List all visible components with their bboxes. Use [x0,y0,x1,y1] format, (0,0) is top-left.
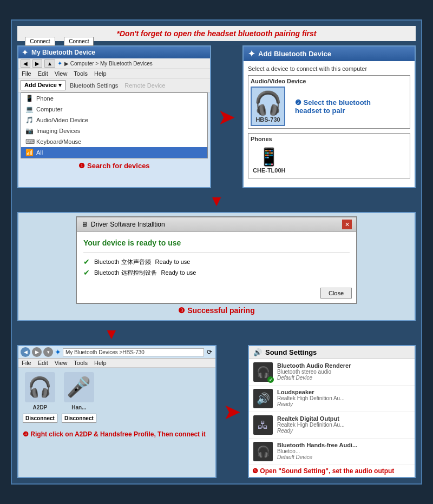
back-button[interactable]: ◀ [21,59,30,68]
sound-icon-img-1: 🔊 [257,392,270,405]
sound-settings-panel: 🔊 Sound Settings 🎧 ✔ Bluetooth Audio Ren… [248,345,416,478]
menu-edit[interactable]: Edit [38,70,48,77]
sound-text-1: Loudspeaker Realtek High Definition Au..… [277,389,410,407]
dropdown-computer-label: Computer [36,106,62,112]
bottom-panel: ◀ ▶ ▾ ✦ My Bluetooth Devices >HBS-730 ⟳ … [17,345,416,478]
add-bt-content: Select a device to connect with this com… [244,61,415,187]
phone-card: 📱 CHE-TL00H [253,147,286,174]
sound-icon-img-2: 🖧 [258,419,268,432]
driver-title-left: 🖥 Driver Software Installtion [81,221,165,228]
up-button[interactable]: ▲ [44,59,55,68]
menu-tools[interactable]: Tools [74,70,88,77]
bluetooth-settings-link[interactable]: Bluetooth Settings [68,81,120,90]
dropdown-all[interactable]: 📶 All [21,147,207,158]
nav-down-circle[interactable]: ▾ [43,347,53,357]
handsfree-device-card: 🎤 Connect Han... Disconnect [62,372,96,423]
step3-label: ❸ Successful pairing [22,304,411,317]
bt-menu-edit[interactable]: Edit [38,360,48,366]
bt-menu-view[interactable]: View [55,360,68,366]
sound-device-status-2: Ready [277,428,410,434]
sound-device-sub-2: Realtek High Definition Au... [277,422,410,428]
sound-item-1[interactable]: 🔊 Loudspeaker Realtek High Definition Au… [249,386,415,412]
menu-help[interactable]: Help [94,70,107,77]
driver-titlebar: 🖥 Driver Software Installtion ✕ [77,217,356,232]
phones-label: Phones [251,136,408,142]
che-tl00h-item[interactable]: 📱 CHE-TL00H [251,144,408,176]
sound-device-sub-0: Bluetooth stereo audio [277,369,410,375]
av-dropdown-icon: 🎵 [25,116,33,124]
dropdown-av-label: Audio/Video Device [36,117,88,123]
nav-back-circle[interactable]: ◀ [21,347,30,357]
phone-dropdown-icon: 📱 [25,95,33,102]
dropdown-keyboard-label: Keyboard/Mouse [36,138,81,145]
dropdown-imaging[interactable]: 📷 Imaging Devices [21,125,207,136]
step4-label: ❹ Right click on A2DP & Handsfree Profil… [18,427,215,441]
bluetooth-window-titlebar: ✦ My Bluetooth Device [18,47,210,58]
bluetooth-window: ✦ My Bluetooth Device ◀ ▶ ▲ ✦ ▶ Computer… [17,45,211,188]
dropdown-keyboard[interactable]: ⌨ Keyboard/Mouse [21,136,207,147]
phone-device-icon: 📱 [258,147,280,167]
sound-item-0[interactable]: 🎧 ✔ Bluetooth Audio Renderer Bluetooth s… [249,359,415,386]
driver-close-button[interactable]: Close [320,288,352,299]
arrow-right-icon: ➤ [214,45,239,188]
arrow-down-icon-1: ▼ [209,193,224,209]
handsfree-connect-button[interactable]: Connect [64,37,94,46]
sound-device-status-1: Ready [277,401,410,407]
a2dp-icon-img: 🎧 [25,372,55,402]
add-device-button[interactable]: Add Device ▾ [21,80,65,90]
arrow-right-bottom-icon: ➤ [220,345,245,478]
arrow-down-2: ▼ [104,326,416,343]
computer-dropdown-icon: 💻 [25,105,33,113]
nav-fwd-circle[interactable]: ▶ [32,347,42,357]
keyboard-dropdown-icon: ⌨ [25,138,33,145]
step2-circle: ❷ [295,98,301,107]
driver-close-x-button[interactable]: ✕ [342,220,352,229]
headphone-icon: 🎧 [254,90,282,116]
forward-button[interactable]: ▶ [32,59,42,68]
step5-text: ❺ Open "Sound Setting", set the audio ou… [252,467,394,475]
a2dp-connect-button[interactable]: Connect [25,37,55,46]
step4-text: ❹ Right click on A2DP & Handsfree Profil… [23,430,206,438]
all-dropdown-icon: 📶 [25,149,33,156]
hbs730-device-item[interactable]: 🎧 HBS-730 [251,87,285,126]
driver-item-1-name: Bluetooth 远程控制设备 [94,269,157,277]
imaging-dropdown-icon: 📷 [25,127,33,135]
driver-close-row: Close [77,286,356,303]
check-icon-1: ✔ [83,268,90,277]
sound-item-3[interactable]: 🎧 Bluetooth Hands-free Audi... Bluetoo..… [249,439,415,465]
audio-video-row: 🎧 HBS-730 ❷ Select the bluetoothheadset … [251,87,408,126]
bt-menu-bar: File Edit View Tools Help [18,359,215,368]
menu-bar: File Edit View Tools Help [18,69,210,78]
dropdown-computer[interactable]: 💻 Computer [21,104,207,115]
audio-video-group: Audio/Video Device 🎧 HBS-730 ❷ Select th… [248,75,410,129]
dropdown-phone[interactable]: 📱 Phone [21,93,207,104]
nav-path-bar[interactable]: My Bluetooth Devices >HBS-730 [63,348,204,356]
bt-menu-tools[interactable]: Tools [74,360,88,366]
sound-text-0: Bluetooth Audio Renderer Bluetooth stere… [277,362,410,381]
toolbar-row: Add Device ▾ Bluetooth Settings Remote D… [18,78,210,92]
menu-file[interactable]: File [22,70,31,77]
bt-icon-nav: ✦ [55,348,61,356]
remote-device-link[interactable]: Remote Device [122,81,167,90]
handsfree-icon: 🎤 [67,376,91,399]
a2dp-device-card: 🎧 Connect A2DP Disconnect [23,372,57,423]
phone-device-name: CHE-TL00H [253,167,286,174]
driver-item-1: ✔ Bluetooth 远程控制设备 Ready to use [83,268,350,277]
dropdown-phone-label: Phone [36,95,54,102]
main-container: *Don't forget to open the headset blueto… [11,19,422,485]
device-icons-row: 🎧 Connect A2DP Disconnect 🎤 Connect Han.… [18,368,215,427]
sound-icon-3: 🎧 [253,442,273,461]
hbs730-name: HBS-730 [255,116,280,123]
refresh-icon[interactable]: ⟳ [206,348,213,356]
bt-menu-file[interactable]: File [22,360,31,366]
menu-view[interactable]: View [55,70,68,77]
dropdown-av-device[interactable]: 🎵 Audio/Video Device [21,115,207,125]
a2dp-disconnect-button[interactable]: Disconnect [23,414,57,423]
bluetooth-icon: ✦ [22,48,28,57]
bt-menu-help[interactable]: Help [94,360,107,366]
sound-item-2[interactable]: 🖧 Realtek Digital Output Realtek High De… [249,412,415,439]
add-bluetooth-panel: ✦ Add Bluetooth Device Select a device t… [242,45,416,188]
sound-device-status-3: Default Device [277,454,410,460]
sound-device-name-1: Loudspeaker [277,389,410,395]
handsfree-disconnect-button[interactable]: Disconnect [62,414,96,423]
